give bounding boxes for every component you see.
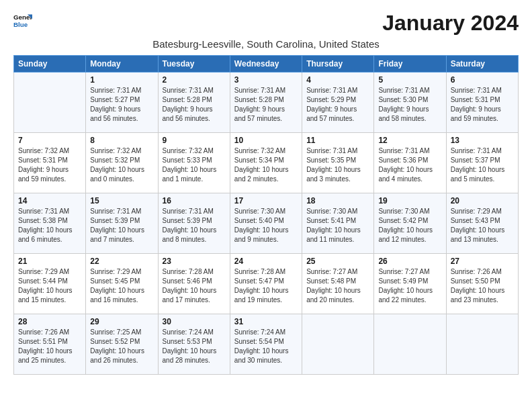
month-title: January 2024 [382, 11, 519, 36]
table-row: 1 Sunrise: 7:31 AMSunset: 5:27 PMDayligh… [86, 73, 158, 133]
day-number: 30 [163, 317, 226, 326]
day-info: Sunrise: 7:27 AMSunset: 5:49 PMDaylight:… [378, 267, 441, 305]
day-number: 1 [90, 75, 153, 85]
table-row: 21 Sunrise: 7:29 AMSunset: 5:44 PMDaylig… [14, 254, 86, 314]
day-number: 12 [378, 136, 441, 145]
table-row: 8 Sunrise: 7:32 AMSunset: 5:32 PMDayligh… [86, 133, 158, 193]
day-number: 8 [90, 136, 153, 145]
day-info: Sunrise: 7:28 AMSunset: 5:46 PMDaylight:… [163, 267, 226, 305]
table-row [446, 314, 518, 375]
day-number: 10 [234, 136, 298, 145]
day-info: Sunrise: 7:29 AMSunset: 5:44 PMDaylight:… [18, 267, 81, 305]
table-row: 13 Sunrise: 7:31 AMSunset: 5:37 PMDaylig… [446, 133, 518, 193]
table-row [14, 73, 86, 133]
table-row: 16 Sunrise: 7:31 AMSunset: 5:39 PMDaylig… [158, 193, 230, 254]
day-info: Sunrise: 7:32 AMSunset: 5:32 PMDaylight:… [90, 146, 153, 184]
day-info: Sunrise: 7:24 AMSunset: 5:54 PMDaylight:… [234, 328, 298, 365]
header-monday: Monday [86, 56, 158, 73]
table-row: 20 Sunrise: 7:29 AMSunset: 5:43 PMDaylig… [446, 193, 518, 254]
day-number: 28 [18, 317, 81, 326]
day-number: 13 [451, 136, 514, 145]
day-number: 21 [18, 257, 81, 266]
day-number: 25 [306, 257, 369, 266]
table-row: 12 Sunrise: 7:31 AMSunset: 5:36 PMDaylig… [374, 133, 446, 193]
calendar-week-row: 14 Sunrise: 7:31 AMSunset: 5:38 PMDaylig… [14, 193, 519, 254]
day-number: 17 [234, 196, 298, 205]
table-row: 14 Sunrise: 7:31 AMSunset: 5:38 PMDaylig… [14, 193, 86, 254]
table-row: 4 Sunrise: 7:31 AMSunset: 5:29 PMDayligh… [302, 73, 374, 133]
table-row: 10 Sunrise: 7:32 AMSunset: 5:34 PMDaylig… [230, 133, 302, 193]
day-info: Sunrise: 7:32 AMSunset: 5:34 PMDaylight:… [234, 146, 298, 184]
table-row: 30 Sunrise: 7:24 AMSunset: 5:53 PMDaylig… [158, 314, 230, 375]
table-row: 7 Sunrise: 7:32 AMSunset: 5:31 PMDayligh… [14, 133, 86, 193]
day-info: Sunrise: 7:31 AMSunset: 5:30 PMDaylight:… [378, 86, 441, 124]
day-number: 31 [234, 317, 298, 326]
day-number: 7 [18, 136, 81, 145]
day-number: 23 [163, 257, 226, 266]
calendar-week-row: 28 Sunrise: 7:26 AMSunset: 5:51 PMDaylig… [14, 314, 519, 375]
day-number: 26 [378, 257, 441, 266]
day-info: Sunrise: 7:27 AMSunset: 5:48 PMDaylight:… [306, 267, 369, 305]
day-info: Sunrise: 7:28 AMSunset: 5:47 PMDaylight:… [234, 267, 298, 305]
day-number: 24 [234, 257, 298, 266]
table-row: 27 Sunrise: 7:26 AMSunset: 5:50 PMDaylig… [446, 254, 518, 314]
day-number: 22 [90, 257, 153, 266]
title-area: January 2024 [382, 11, 519, 36]
header-wednesday: Wednesday [230, 56, 302, 73]
day-info: Sunrise: 7:30 AMSunset: 5:42 PMDaylight:… [378, 207, 441, 244]
table-row: 9 Sunrise: 7:32 AMSunset: 5:33 PMDayligh… [158, 133, 230, 193]
logo: General Blue [13, 11, 32, 30]
day-info: Sunrise: 7:31 AMSunset: 5:31 PMDaylight:… [451, 86, 514, 124]
header-sunday: Sunday [14, 56, 86, 73]
day-info: Sunrise: 7:31 AMSunset: 5:28 PMDaylight:… [234, 86, 298, 124]
day-number: 15 [90, 196, 153, 205]
day-number: 16 [163, 196, 226, 205]
day-info: Sunrise: 7:31 AMSunset: 5:39 PMDaylight:… [163, 207, 226, 244]
svg-text:Blue: Blue [13, 21, 28, 28]
table-row: 15 Sunrise: 7:31 AMSunset: 5:39 PMDaylig… [86, 193, 158, 254]
table-row: 29 Sunrise: 7:25 AMSunset: 5:52 PMDaylig… [86, 314, 158, 375]
table-row: 18 Sunrise: 7:30 AMSunset: 5:41 PMDaylig… [302, 193, 374, 254]
day-number: 18 [306, 196, 369, 205]
table-row: 2 Sunrise: 7:31 AMSunset: 5:28 PMDayligh… [158, 73, 230, 133]
day-info: Sunrise: 7:26 AMSunset: 5:51 PMDaylight:… [18, 328, 81, 365]
table-row: 25 Sunrise: 7:27 AMSunset: 5:48 PMDaylig… [302, 254, 374, 314]
table-row: 3 Sunrise: 7:31 AMSunset: 5:28 PMDayligh… [230, 73, 302, 133]
table-row: 5 Sunrise: 7:31 AMSunset: 5:30 PMDayligh… [374, 73, 446, 133]
header-saturday: Saturday [446, 56, 518, 73]
day-info: Sunrise: 7:31 AMSunset: 5:36 PMDaylight:… [378, 146, 441, 184]
day-info: Sunrise: 7:29 AMSunset: 5:43 PMDaylight:… [451, 207, 514, 244]
calendar-week-row: 1 Sunrise: 7:31 AMSunset: 5:27 PMDayligh… [14, 73, 519, 133]
day-number: 29 [90, 317, 153, 326]
day-number: 14 [18, 196, 81, 205]
header-friday: Friday [374, 56, 446, 73]
calendar-table: Sunday Monday Tuesday Wednesday Thursday… [13, 55, 519, 375]
day-info: Sunrise: 7:24 AMSunset: 5:53 PMDaylight:… [163, 328, 226, 365]
calendar-week-row: 21 Sunrise: 7:29 AMSunset: 5:44 PMDaylig… [14, 254, 519, 314]
logo-icon: General Blue [13, 11, 32, 30]
day-number: 20 [451, 196, 514, 205]
header-thursday: Thursday [302, 56, 374, 73]
day-info: Sunrise: 7:32 AMSunset: 5:33 PMDaylight:… [163, 146, 226, 184]
day-number: 6 [451, 75, 514, 85]
table-row [302, 314, 374, 375]
day-number: 27 [451, 257, 514, 266]
day-info: Sunrise: 7:31 AMSunset: 5:27 PMDaylight:… [90, 86, 153, 124]
header-tuesday: Tuesday [158, 56, 230, 73]
svg-text:General: General [13, 13, 32, 21]
calendar-week-row: 7 Sunrise: 7:32 AMSunset: 5:31 PMDayligh… [14, 133, 519, 193]
day-info: Sunrise: 7:31 AMSunset: 5:39 PMDaylight:… [90, 207, 153, 244]
table-row: 23 Sunrise: 7:28 AMSunset: 5:46 PMDaylig… [158, 254, 230, 314]
day-number: 5 [378, 75, 441, 85]
day-info: Sunrise: 7:31 AMSunset: 5:38 PMDaylight:… [18, 207, 81, 244]
location-title: Batesburg-Leesville, South Carolina, Uni… [13, 38, 519, 50]
table-row: 26 Sunrise: 7:27 AMSunset: 5:49 PMDaylig… [374, 254, 446, 314]
day-info: Sunrise: 7:30 AMSunset: 5:41 PMDaylight:… [306, 207, 369, 244]
day-number: 4 [306, 75, 369, 85]
table-row: 31 Sunrise: 7:24 AMSunset: 5:54 PMDaylig… [230, 314, 302, 375]
day-info: Sunrise: 7:30 AMSunset: 5:40 PMDaylight:… [234, 207, 298, 244]
day-info: Sunrise: 7:32 AMSunset: 5:31 PMDaylight:… [18, 146, 81, 184]
table-row: 24 Sunrise: 7:28 AMSunset: 5:47 PMDaylig… [230, 254, 302, 314]
weekday-header-row: Sunday Monday Tuesday Wednesday Thursday… [14, 56, 519, 73]
table-row: 6 Sunrise: 7:31 AMSunset: 5:31 PMDayligh… [446, 73, 518, 133]
